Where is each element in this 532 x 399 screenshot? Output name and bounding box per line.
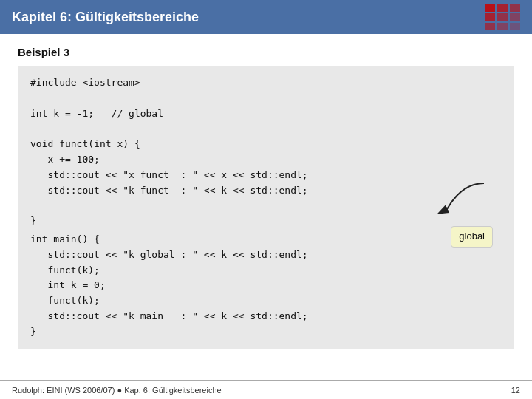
header-title: Kapitel 6: Gültigkeitsbereiche — [12, 10, 199, 25]
global-annotation: global — [451, 226, 493, 248]
svg-rect-3 — [485, 13, 495, 21]
svg-rect-6 — [485, 23, 495, 30]
code-text: #include <iostream> int k = -1; // globa… — [30, 75, 502, 229]
section-subtitle: Beispiel 3 — [18, 46, 514, 58]
arrow-icon — [432, 176, 491, 228]
code-text-main: int main() { std::cout << "k global : " … — [30, 232, 502, 340]
svg-rect-8 — [510, 23, 520, 30]
svg-rect-7 — [497, 23, 508, 30]
footer-page-number: 12 — [511, 386, 520, 395]
svg-rect-4 — [497, 13, 508, 21]
page-header: Kapitel 6: Gültigkeitsbereiche — [0, 0, 532, 34]
svg-rect-2 — [510, 4, 520, 12]
svg-rect-0 — [485, 4, 495, 12]
main-content: Beispiel 3 #include <iostream> int k = -… — [0, 34, 532, 355]
svg-rect-5 — [510, 13, 520, 21]
footer-left: Rudolph: EINI (WS 2006/07) ● Kap. 6: Gül… — [12, 386, 222, 395]
page-footer: Rudolph: EINI (WS 2006/07) ● Kap. 6: Gül… — [0, 380, 532, 399]
code-block: #include <iostream> int k = -1; // globa… — [18, 66, 514, 349]
logo-icon — [485, 4, 520, 30]
svg-rect-1 — [497, 4, 508, 12]
